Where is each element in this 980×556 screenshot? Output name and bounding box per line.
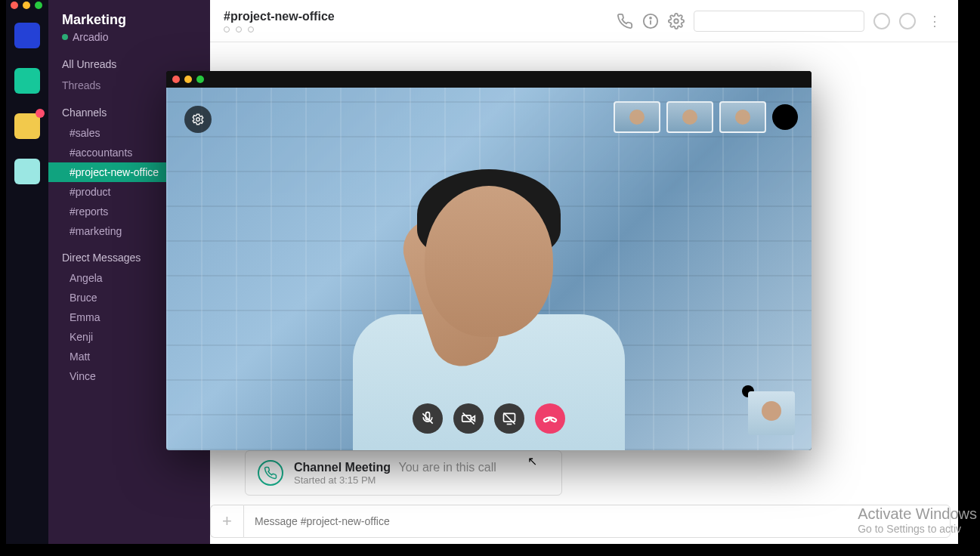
maximize-icon[interactable]	[35, 2, 42, 9]
call-title: Channel Meeting	[294, 461, 391, 474]
workspace-tile[interactable]	[14, 23, 40, 48]
attach-button[interactable]: +	[210, 505, 243, 538]
user-name: Arcadio	[73, 31, 108, 43]
video-call-window[interactable]	[166, 71, 812, 450]
close-icon[interactable]	[172, 76, 180, 83]
participant-thumb[interactable]	[719, 101, 766, 133]
call-note: You are in this call	[398, 461, 496, 474]
svg-point-4	[196, 118, 200, 122]
close-icon[interactable]	[11, 2, 18, 9]
workspace-dock	[6, 0, 48, 544]
toggle-camera-button[interactable]	[453, 403, 484, 434]
call-subtitle: Started at 3:15 PM	[294, 474, 496, 486]
star-icon[interactable]	[899, 13, 916, 29]
notification-badge-icon	[36, 109, 45, 118]
call-controls	[413, 403, 565, 434]
participant-thumb-empty[interactable]	[772, 104, 798, 130]
message-input[interactable]	[243, 505, 951, 538]
message-composer: +	[210, 505, 951, 538]
channel-header: #project-new-office ⋮	[210, 0, 958, 42]
workspace-tile[interactable]	[14, 68, 40, 94]
share-screen-button[interactable]	[494, 403, 524, 434]
svg-line-11	[504, 413, 515, 425]
call-card[interactable]: Channel Meeting You are in this call Sta…	[245, 450, 562, 496]
video-main-feed	[166, 88, 812, 450]
participant-thumb[interactable]	[666, 101, 713, 133]
end-call-button[interactable]	[535, 403, 565, 434]
participant-thumbnails	[614, 101, 798, 133]
workspace-tile[interactable]	[14, 159, 40, 184]
meta-dot-icon	[224, 26, 230, 32]
channel-title[interactable]: #project-new-office	[224, 10, 335, 23]
window-traffic-lights	[6, 0, 47, 11]
workspace-tile[interactable]	[14, 113, 40, 139]
meta-dot-icon	[248, 26, 254, 32]
gear-icon[interactable]	[668, 13, 685, 29]
info-icon[interactable]	[642, 13, 659, 29]
video-window-titlebar[interactable]	[166, 71, 812, 88]
participant-thumb[interactable]	[614, 101, 660, 133]
mute-mic-button[interactable]	[413, 403, 443, 434]
presence-dot-icon	[62, 34, 68, 40]
maximize-icon[interactable]	[196, 76, 204, 83]
self-view[interactable]	[748, 391, 795, 435]
more-icon[interactable]: ⋮	[925, 13, 944, 29]
team-name[interactable]: Marketing	[62, 12, 196, 28]
channel-meta	[224, 26, 335, 32]
svg-line-8	[463, 413, 475, 425]
phone-icon	[258, 460, 283, 486]
svg-point-2	[650, 17, 651, 18]
svg-point-3	[674, 19, 679, 23]
minimize-icon[interactable]	[23, 2, 30, 9]
meta-dot-icon	[236, 26, 242, 32]
mention-icon[interactable]	[873, 13, 890, 29]
user-presence[interactable]: Arcadio	[62, 31, 196, 43]
search-input[interactable]	[694, 11, 864, 32]
call-settings-button[interactable]	[184, 106, 212, 133]
minimize-icon[interactable]	[184, 76, 192, 83]
call-icon[interactable]	[617, 13, 633, 29]
